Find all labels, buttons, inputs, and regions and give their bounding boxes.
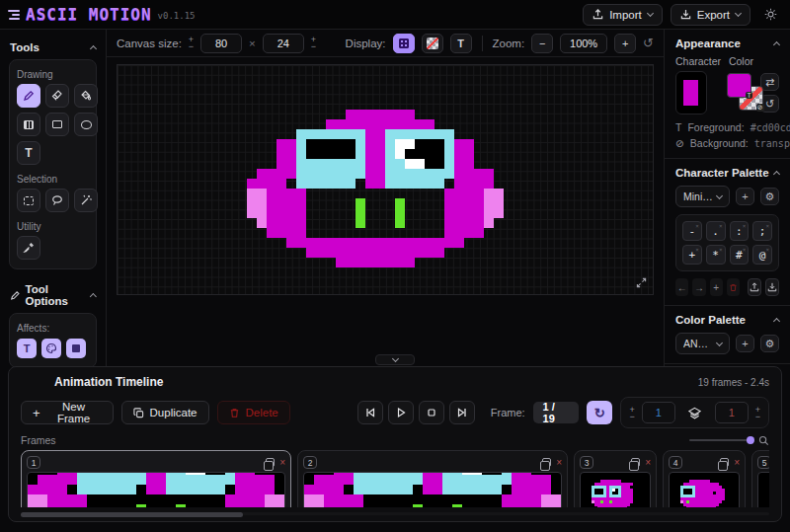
loop-toggle-button[interactable]: ↻ [587, 401, 613, 424]
remove-character-icon[interactable]: × [743, 222, 747, 229]
frame-thumbnail[interactable] [27, 472, 285, 507]
affects-character-toggle[interactable]: T [17, 339, 37, 358]
import-button[interactable]: Import [583, 4, 663, 26]
frames-scrollbar[interactable] [21, 512, 769, 515]
zoom-out-button[interactable]: − [531, 34, 553, 53]
duplicate-frame-icon[interactable] [720, 458, 729, 467]
character-palette-section-header[interactable]: Character Palette [675, 167, 779, 179]
foreground-color-swatch[interactable]: T [727, 73, 751, 98]
canvas-width-input[interactable]: 80 [200, 34, 242, 53]
swap-colors-button[interactable]: ⇄ [760, 73, 779, 91]
delete-frame-icon[interactable]: × [279, 458, 285, 468]
frame-thumbnail[interactable] [580, 472, 651, 507]
color-palette-section-header[interactable]: Color Palette [675, 314, 779, 326]
palette-character-button[interactable]: ;× [752, 221, 772, 241]
toggle-characters-button[interactable]: T [450, 34, 472, 53]
canvas-height-input[interactable]: 24 [263, 34, 304, 53]
remove-character-icon[interactable]: × [695, 246, 699, 253]
palette-next-button[interactable]: → [692, 278, 705, 296]
frame-card[interactable]: 5×125ms [751, 450, 769, 507]
onion-next-stepper[interactable]: +− [755, 407, 760, 419]
color-palette-select[interactable]: ANSI 16-Color [675, 333, 730, 354]
character-palette-settings-button[interactable]: ⚙ [760, 188, 779, 205]
ellipse-tool-button[interactable] [74, 113, 98, 136]
zoom-reset-button[interactable]: ↺ [643, 36, 654, 50]
palette-add-button[interactable]: + [710, 278, 723, 296]
thumbnail-zoom-slider[interactable] [689, 439, 752, 441]
palette-export-button[interactable] [748, 278, 761, 296]
export-button[interactable]: Export [671, 4, 750, 26]
delete-frame-button[interactable]: Delete [217, 401, 290, 424]
remove-character-icon[interactable]: × [695, 222, 699, 229]
frame-thumbnail[interactable] [303, 472, 562, 507]
frame-card[interactable]: 4×125ms [663, 450, 746, 507]
timeline-collapse-handle[interactable] [375, 354, 415, 365]
onion-prev-stepper[interactable]: +− [629, 407, 634, 419]
palette-character-button[interactable]: *× [706, 245, 726, 265]
play-button[interactable] [388, 401, 414, 424]
duplicate-frame-icon[interactable] [631, 458, 640, 467]
eraser-tool-button[interactable] [45, 84, 69, 108]
canvas-expand-handle[interactable] [636, 277, 647, 288]
duplicate-frame-icon[interactable] [542, 458, 551, 467]
remove-character-icon[interactable]: × [765, 246, 769, 253]
text-tool-button[interactable]: T [17, 141, 40, 165]
pencil-tool-button[interactable] [17, 84, 40, 108]
tools-section-header[interactable]: Tools [9, 38, 97, 57]
remove-character-icon[interactable]: × [765, 222, 769, 229]
selected-character-preview[interactable] [675, 71, 707, 114]
frame-thumbnail[interactable] [669, 472, 740, 507]
appearance-section-header[interactable]: Appearance [675, 38, 779, 49]
add-color-palette-button[interactable]: + [736, 335, 754, 352]
gradient-tool-button[interactable] [17, 113, 40, 136]
onion-prev-input[interactable]: 1 [642, 402, 675, 423]
lasso-tool-button[interactable] [45, 189, 69, 212]
delete-frame-icon[interactable]: × [734, 458, 740, 468]
palette-import-button[interactable] [765, 278, 779, 296]
color-palette-settings-button[interactable]: ⚙ [760, 335, 779, 352]
onion-next-input[interactable]: 1 [715, 402, 749, 423]
drawing-canvas[interactable] [117, 64, 654, 295]
stop-button[interactable] [419, 401, 444, 424]
affects-color-toggle[interactable] [41, 339, 61, 358]
frame-card[interactable]: 2×125ms [297, 450, 568, 507]
palette-character-button[interactable]: @× [752, 245, 772, 265]
toggle-grid-button[interactable] [393, 34, 415, 53]
frame-thumbnail[interactable] [757, 472, 769, 507]
palette-character-button[interactable]: -× [682, 221, 702, 241]
delete-frame-icon[interactable]: × [645, 458, 651, 468]
frame-card[interactable]: 3×125ms [574, 450, 657, 507]
fill-tool-button[interactable] [74, 84, 98, 108]
palette-character-button[interactable]: #× [730, 245, 750, 265]
add-character-palette-button[interactable]: + [736, 188, 754, 205]
toggle-transparency-button[interactable] [422, 34, 443, 53]
palette-prev-button[interactable]: ← [675, 278, 688, 296]
magic-wand-tool-button[interactable] [74, 189, 98, 212]
remove-character-icon[interactable]: × [719, 246, 723, 253]
width-stepper[interactable]: +− [189, 37, 194, 49]
duplicate-frame-icon[interactable] [266, 458, 275, 467]
palette-delete-button[interactable] [727, 278, 740, 296]
onion-skin-toggle-button[interactable] [682, 401, 708, 424]
delete-frame-icon[interactable]: × [556, 458, 562, 468]
remove-character-icon[interactable]: × [743, 246, 747, 253]
theme-toggle-button[interactable] [758, 4, 782, 26]
height-stepper[interactable]: +− [311, 37, 316, 49]
frame-card[interactable]: 1×125ms [21, 450, 291, 507]
rect-select-tool-button[interactable] [17, 189, 40, 212]
skip-to-start-button[interactable] [357, 401, 383, 424]
new-frame-button[interactable]: + New Frame [21, 401, 114, 424]
palette-character-button[interactable]: .× [706, 221, 726, 241]
palette-character-button[interactable]: +× [682, 245, 702, 265]
remove-character-icon[interactable]: × [719, 222, 723, 229]
duplicate-frame-button[interactable]: Duplicate [121, 401, 209, 424]
zoom-in-button[interactable]: + [614, 34, 636, 53]
skip-to-end-button[interactable] [449, 401, 475, 424]
eyedropper-tool-button[interactable] [17, 236, 40, 260]
affects-background-toggle[interactable] [66, 339, 86, 358]
rectangle-tool-button[interactable] [45, 113, 69, 136]
frames-scrollbar-thumb[interactable] [21, 512, 243, 517]
palette-character-button[interactable]: :× [730, 221, 750, 241]
character-palette-select[interactable]: Minimal ASCII [675, 186, 730, 207]
tool-options-section-header[interactable]: Tool Options [9, 279, 97, 311]
